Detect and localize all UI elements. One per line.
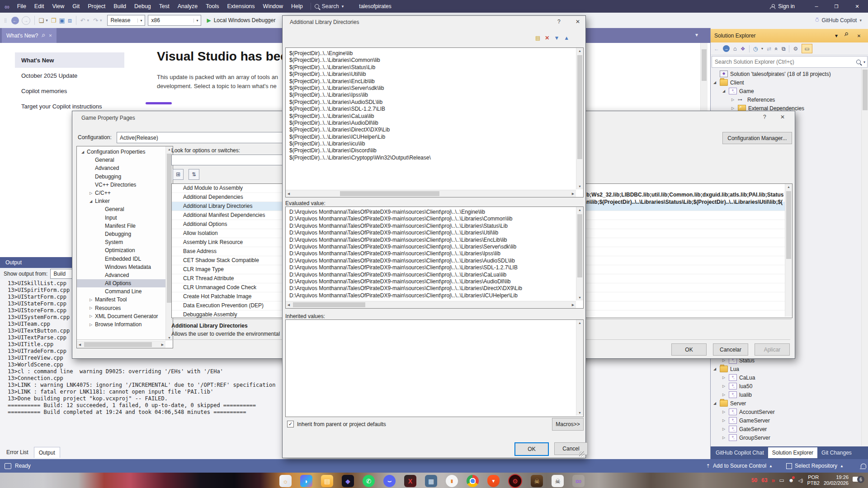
- dropdown-caret-icon[interactable]: ▾: [87, 18, 89, 23]
- close-button[interactable]: [848, 0, 867, 13]
- property-tree-item[interactable]: Debugging: [77, 230, 173, 238]
- options-search-input[interactable]: [171, 155, 286, 165]
- directory-line[interactable]: $(ProjectDir)..\..\Libraries\AudioDll\li…: [289, 120, 580, 127]
- property-tree-item[interactable]: System: [77, 238, 173, 246]
- property-tree-item[interactable]: Browse Information: [77, 320, 173, 328]
- cancel-button[interactable]: Cancelar: [713, 343, 748, 356]
- expander-icon[interactable]: [731, 98, 738, 102]
- categorized-view-icon[interactable]: ⊞: [173, 169, 184, 180]
- tree-item[interactable]: lua50: [711, 382, 860, 390]
- property-tree-item[interactable]: General: [77, 205, 173, 213]
- property-tree-item[interactable]: All Options: [77, 279, 173, 287]
- directory-line[interactable]: $(ProjectDir)..\..\Libraries\EncLib\lib: [289, 78, 580, 85]
- apply-button[interactable]: Aplicar: [755, 343, 790, 356]
- expander-icon[interactable]: [90, 323, 95, 327]
- obsidian-icon[interactable]: ◆: [342, 475, 354, 487]
- window-position-chevron-icon[interactable]: [832, 33, 841, 39]
- move-up-icon[interactable]: ▲: [564, 35, 569, 41]
- evaluated-scrollbar-horizontal[interactable]: ◀ ▶: [286, 301, 576, 308]
- expander-icon[interactable]: [713, 401, 720, 405]
- volume-icon[interactable]: ◁): [798, 478, 803, 483]
- directory-line[interactable]: $(ProjectDir)..\..\Libraries\Discord\lib: [289, 147, 580, 154]
- expander-icon[interactable]: [722, 436, 729, 440]
- evaluated-scrollbar-vertical[interactable]: ▲ ▼: [576, 207, 583, 300]
- minimize-button[interactable]: [808, 0, 825, 13]
- tree-item[interactable]: Lua: [711, 365, 860, 373]
- property-tree-item[interactable]: Debugging: [77, 173, 173, 181]
- menu-item[interactable]: Window: [259, 3, 287, 9]
- panel-tab[interactable]: Git Changes: [817, 447, 856, 458]
- notification-center-button[interactable]: 6: [853, 476, 864, 485]
- expander-icon[interactable]: [722, 410, 729, 414]
- help-icon[interactable]: [763, 114, 766, 120]
- menu-item[interactable]: Help: [287, 3, 307, 9]
- expander-icon[interactable]: [722, 418, 729, 422]
- property-tree-item[interactable]: C/C++: [77, 189, 173, 197]
- pirate-game-icon[interactable]: ☠: [531, 475, 543, 487]
- brave-icon[interactable]: ▼: [487, 475, 500, 487]
- property-tree-item[interactable]: Resources: [77, 304, 173, 312]
- panel-tab[interactable]: Solution Explorer: [768, 447, 817, 458]
- expander-icon[interactable]: [90, 199, 95, 203]
- directory-line[interactable]: $(ProjectDir)..\..\Libraries\CaLua\lib: [289, 113, 580, 120]
- tree-item[interactable]: AccountServer: [711, 408, 860, 416]
- pin-icon[interactable]: [843, 31, 853, 41]
- select-repository-button[interactable]: Select Repository ▲: [786, 463, 844, 469]
- expander-icon[interactable]: [90, 191, 95, 195]
- dialog-close-icon[interactable]: [576, 19, 580, 25]
- dropdown-caret-icon[interactable]: ▾: [100, 18, 102, 23]
- tree-item[interactable]: Game: [711, 87, 868, 95]
- notifications-bell-icon[interactable]: [861, 464, 866, 468]
- language-indicator[interactable]: POR PTB2: [807, 474, 820, 486]
- tree-item[interactable]: GateServer: [711, 425, 860, 433]
- property-tree-item[interactable]: Linker: [77, 197, 173, 205]
- dropdown-caret-icon[interactable]: ▾: [46, 18, 48, 23]
- undo-icon[interactable]: ↶: [80, 17, 85, 24]
- ok-button[interactable]: OK: [671, 343, 707, 356]
- x-red-icon[interactable]: X: [404, 475, 416, 487]
- close-icon[interactable]: [854, 33, 863, 38]
- tool-window-tab[interactable]: Output: [34, 447, 60, 458]
- tree-item[interactable]: GroupServer: [711, 433, 860, 442]
- directory-line[interactable]: $(ProjectDir)..\..\Libraries\ICUHelper\L…: [289, 134, 580, 141]
- directory-line[interactable]: $(ProjectDir)..\..\Libraries\Server\sdk\…: [289, 85, 580, 92]
- inherit-checkbox-row[interactable]: Inherit from parent or project defaults: [287, 421, 386, 427]
- menu-item[interactable]: Edit: [30, 3, 48, 9]
- property-tree-item[interactable]: Manifest File: [77, 222, 173, 230]
- separator[interactable]: [76, 16, 76, 25]
- directory-line[interactable]: $(ProjectDir)..\..\Libraries\Common\lib: [289, 57, 580, 64]
- sort-az-icon[interactable]: ⇅: [189, 169, 199, 180]
- property-tree-item[interactable]: VC++ Directories: [77, 181, 173, 189]
- expander-icon[interactable]: [722, 427, 729, 431]
- menu-item[interactable]: Extensions: [223, 3, 259, 9]
- steam-red-icon[interactable]: ⚙: [508, 474, 522, 488]
- directory-line[interactable]: $(ProjectDir)..\..\Libraries\Util\lib: [289, 71, 580, 78]
- redo-icon[interactable]: ↷: [93, 17, 98, 24]
- panel-tab[interactable]: GitHub Copilot Chat: [712, 447, 768, 458]
- directories-scrollbar-vertical[interactable]: ▲ ▼: [576, 48, 583, 189]
- chrome-icon[interactable]: [467, 475, 479, 487]
- menu-item[interactable]: View: [48, 3, 68, 9]
- pin-icon[interactable]: [40, 33, 46, 38]
- expander-icon[interactable]: [722, 89, 729, 93]
- directories-list[interactable]: $(ProjectDir)..\..\Engine\lib$(ProjectDi…: [285, 47, 584, 197]
- nav-item[interactable]: Copilot memories: [15, 83, 124, 99]
- tree-item[interactable]: References: [711, 95, 868, 104]
- discord-tray-icon[interactable]: ☻: [788, 477, 794, 483]
- move-down-icon[interactable]: ▼: [554, 35, 559, 41]
- discord-icon[interactable]: ⌣: [383, 475, 396, 487]
- tree-item[interactable]: Client: [711, 78, 868, 87]
- tab-list-chevron-icon[interactable]: [695, 32, 698, 38]
- menu-item[interactable]: Git: [68, 3, 84, 9]
- pc-monitor-icon[interactable]: ▭: [779, 477, 784, 483]
- skull-icon[interactable]: ☠: [552, 475, 564, 487]
- ok-button[interactable]: OK: [514, 442, 549, 456]
- expander-icon[interactable]: [722, 393, 729, 397]
- tree-item[interactable]: CaLua: [711, 373, 860, 382]
- directory-line[interactable]: $(ProjectDir)..\..\Libraries\SDL-1.2.7\L…: [289, 106, 580, 113]
- separator[interactable]: [789, 45, 789, 52]
- nav-item[interactable]: What's New: [15, 52, 124, 68]
- new-project-icon[interactable]: ❏: [39, 17, 44, 24]
- inherited-values-box[interactable]: ▲ ▼: [285, 319, 584, 417]
- menu-item[interactable]: Test: [155, 3, 174, 9]
